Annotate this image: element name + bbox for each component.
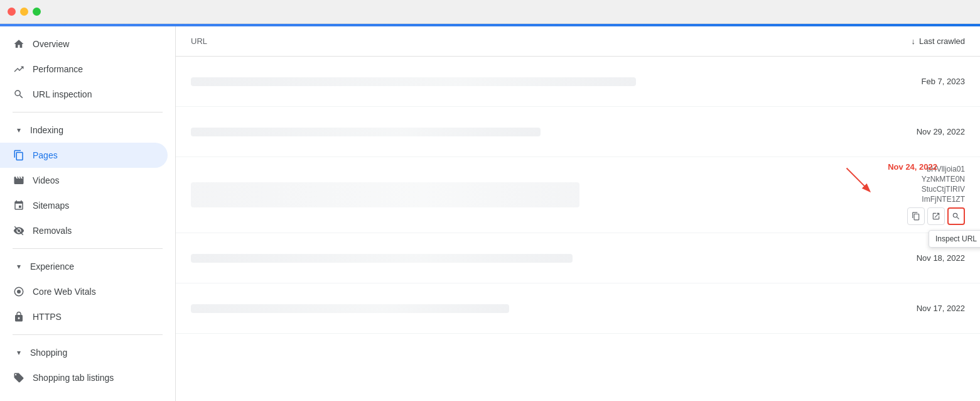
home-icon <box>13 38 25 50</box>
close-button[interactable] <box>8 8 16 16</box>
last-crawled-label: Last crawled <box>919 36 965 46</box>
url-blurred <box>191 128 541 136</box>
sidebar-section-indexing-label: Indexing <box>30 125 63 135</box>
divider-3 <box>13 334 163 335</box>
sidebar-item-url-inspection-label: URL inspection <box>33 89 92 99</box>
sidebar-item-https[interactable]: HTTPS <box>0 304 168 329</box>
row-url-area <box>176 57 842 106</box>
divider-2 <box>13 248 163 249</box>
core-web-vitals-icon <box>13 285 25 298</box>
url-blurred <box>191 254 573 263</box>
video-icon <box>13 174 25 187</box>
sidebar-item-core-web-vitals[interactable]: Core Web Vitals <box>0 279 168 304</box>
sidebar-item-videos-label: Videos <box>33 175 60 185</box>
table-column-last-crawled[interactable]: ↓ Last crawled <box>912 36 965 46</box>
url-blurred <box>191 182 579 207</box>
row-date: Nov 18, 2022 <box>917 253 965 263</box>
row-right-area: Feb 7, 2023 <box>842 57 980 106</box>
sitemap-icon <box>13 199 25 212</box>
main-content: URL ↓ Last crawled Feb 7, 2023 Nov 29, 2… <box>176 26 980 401</box>
search-icon <box>13 88 25 101</box>
sidebar-item-sitemaps[interactable]: Sitemaps <box>0 193 168 218</box>
sidebar: Overview Performance URL inspection ▾ In… <box>0 26 176 401</box>
table-row: Nov 17, 2022 <box>176 283 980 334</box>
sidebar-item-pages-label: Pages <box>33 150 58 160</box>
external-link-button[interactable] <box>927 207 945 225</box>
url-blurred <box>191 77 636 86</box>
row-url-area <box>176 107 842 157</box>
sidebar-section-shopping-label: Shopping <box>30 348 67 358</box>
row-date: Nov 17, 2022 <box>917 304 965 313</box>
url-snippet-2: YzNkMTE0N <box>922 175 965 184</box>
divider-1 <box>13 112 163 113</box>
table-header: URL ↓ Last crawled <box>176 26 980 57</box>
maximize-button[interactable] <box>33 8 41 16</box>
sidebar-section-indexing[interactable]: ▾ Indexing <box>0 118 175 143</box>
url-snippet-3: StucCtjTIRIV <box>922 185 965 194</box>
sidebar-item-removals[interactable]: Removals <box>0 218 168 243</box>
table-row: Nov 18, 2022 <box>176 233 980 283</box>
row-right-area-special: bHVlljoia01 YzNkMTE0N StucCtjTIRIV ImFjN… <box>804 157 980 233</box>
sidebar-item-removals-label: Removals <box>33 226 72 236</box>
sidebar-section-experience[interactable]: ▾ Experience <box>0 254 175 279</box>
chevron-down-icon-shopping: ▾ <box>13 346 25 359</box>
table-row-special: bHVlljoia01 YzNkMTE0N StucCtjTIRIV ImFjN… <box>176 157 980 233</box>
url-blurred <box>191 304 509 313</box>
row-right-area: Nov 17, 2022 <box>842 283 980 333</box>
row-right-area: Nov 29, 2022 <box>842 107 980 157</box>
lock-icon <box>13 310 25 323</box>
svg-point-2 <box>17 290 21 294</box>
sidebar-item-https-label: HTTPS <box>33 312 62 322</box>
sidebar-item-performance[interactable]: Performance <box>0 57 168 82</box>
sidebar-item-sitemaps-label: Sitemaps <box>33 200 69 211</box>
table-row: Feb 7, 2023 <box>176 57 980 107</box>
sidebar-item-videos[interactable]: Videos <box>0 168 168 193</box>
sidebar-item-performance-label: Performance <box>33 64 83 74</box>
app-container: Overview Performance URL inspection ▾ In… <box>0 26 980 401</box>
traffic-lights <box>8 8 41 16</box>
table-row: Nov 29, 2022 <box>176 107 980 157</box>
row-actions: Inspect URL <box>907 207 965 225</box>
inspect-url-tooltip: Inspect URL <box>929 230 980 248</box>
sidebar-section-shopping[interactable]: ▾ Shopping <box>0 340 175 365</box>
sidebar-item-overview-label: Overview <box>33 39 69 49</box>
row-url-area <box>176 283 842 333</box>
row-date: Nov 29, 2022 <box>917 127 965 136</box>
removals-icon <box>13 224 25 237</box>
url-snippet-1: bHVlljoia01 <box>927 165 965 173</box>
sidebar-item-shopping-tab-listings[interactable]: Shopping tab listings <box>0 365 168 390</box>
sidebar-item-url-inspection[interactable]: URL inspection <box>0 82 168 107</box>
copy-button[interactable] <box>907 207 925 225</box>
sidebar-item-shopping-tab-listings-label: Shopping tab listings <box>33 373 114 383</box>
chevron-down-icon-indexing: ▾ <box>13 124 25 136</box>
pages-icon <box>13 149 25 162</box>
row-date: Feb 7, 2023 <box>922 77 965 86</box>
trending-up-icon <box>13 63 25 75</box>
inspect-url-button[interactable]: Inspect URL <box>947 207 965 225</box>
sidebar-item-overview[interactable]: Overview <box>0 31 168 57</box>
table-column-url: URL <box>191 36 207 46</box>
sidebar-section-experience-label: Experience <box>30 261 74 272</box>
sidebar-item-core-web-vitals-label: Core Web Vitals <box>33 287 96 297</box>
minimize-button[interactable] <box>20 8 28 16</box>
titlebar <box>0 0 980 24</box>
url-snippet-4: ImFjNTE1ZT <box>922 195 965 204</box>
chevron-down-icon-experience: ▾ <box>13 260 25 273</box>
sidebar-item-pages[interactable]: Pages <box>0 143 168 168</box>
row-url-area <box>176 157 804 233</box>
tag-icon <box>13 371 25 384</box>
sort-icon: ↓ <box>912 36 916 46</box>
row-url-area <box>176 233 842 283</box>
